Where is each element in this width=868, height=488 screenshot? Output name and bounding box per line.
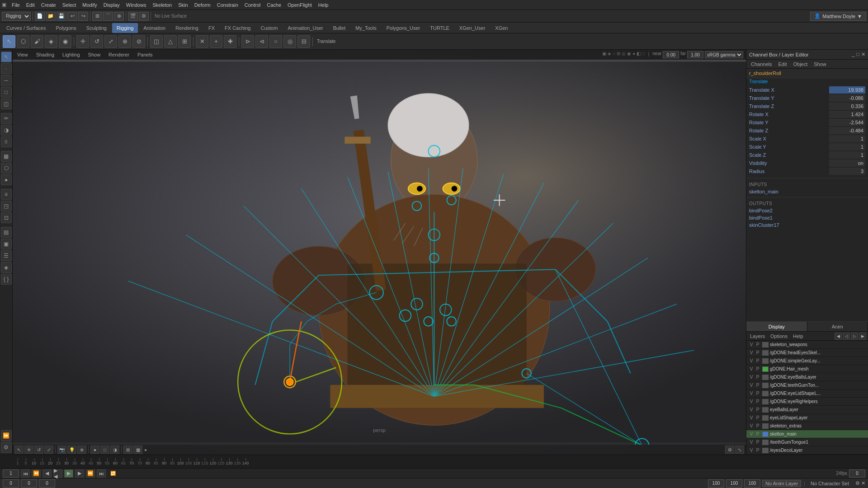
frame-range-start[interactable] <box>3 479 19 488</box>
layer-visibility-btn[interactable]: V <box>748 448 755 453</box>
layer-scroll-left2-btn[interactable]: ◁ <box>843 333 850 340</box>
vp-icon5[interactable]: ◎ <box>622 51 626 58</box>
cb-object-menu[interactable]: Object <box>790 61 810 68</box>
outliner-btn[interactable]: ☰ <box>1 250 12 261</box>
channel-value-tx[interactable] <box>829 86 865 94</box>
edge-tool[interactable]: ─ <box>1 75 12 86</box>
vp-shading-menu[interactable]: Shading <box>34 51 56 58</box>
timeline-tick[interactable]: 10 <box>30 458 38 465</box>
layer-row[interactable]: V P eyeBallsLayer <box>746 406 868 414</box>
timeline-tick[interactable]: 90 <box>160 458 168 465</box>
layers-menu-item[interactable]: Layers <box>748 333 767 339</box>
attr-editor-btn[interactable]: ▤ <box>1 227 12 238</box>
cb-edit-menu[interactable]: Edit <box>775 61 789 68</box>
vp-icon7[interactable]: ● <box>632 51 635 58</box>
menu-create[interactable]: Create <box>38 1 59 9</box>
snap-curve-btn[interactable]: ⌒ <box>103 12 113 21</box>
play-fwd-btn[interactable]: ▶ <box>64 469 73 478</box>
sculpt-tool[interactable]: ◑ <box>1 125 12 136</box>
tab-custom[interactable]: Custom <box>256 23 283 33</box>
channel-row-tx[interactable]: Translate X <box>749 86 865 94</box>
menu-help[interactable]: Help <box>316 1 331 9</box>
layer-row[interactable]: V P /eyesDecoLayer <box>746 446 868 455</box>
menu-skeleton[interactable]: Skeleton <box>150 1 175 9</box>
layer-visibility-btn[interactable]: V <box>748 350 755 355</box>
tab-my-tools[interactable]: My_Tools <box>351 23 381 33</box>
layer-row[interactable]: V P skeleton_extras <box>746 422 868 430</box>
input-node-skelton-main[interactable]: skelton_main <box>746 188 868 195</box>
layer-visibility-btn[interactable]: V <box>748 415 755 420</box>
layer-row[interactable]: V P /gDONE:eyeRigHelpers <box>746 398 868 406</box>
render-btn[interactable]: 🎬 <box>128 12 138 21</box>
uvw-tool[interactable]: ◫ <box>1 99 12 109</box>
viewport-3d-content[interactable]: persp <box>13 60 746 445</box>
timeline-tick[interactable]: 115 <box>201 458 209 465</box>
layer-playback-btn[interactable]: P <box>755 432 761 436</box>
timeline-tick[interactable]: 50 <box>95 458 103 465</box>
constraint-tool[interactable]: ⊟ <box>297 35 310 48</box>
timeline-tick[interactable]: 55 <box>103 458 111 465</box>
timeline-tick[interactable]: 140 <box>241 458 250 465</box>
layer-color-swatch[interactable] <box>762 383 769 388</box>
channel-row-ty[interactable]: Translate Y <box>749 94 865 102</box>
layer-visibility-btn[interactable]: V <box>748 440 755 445</box>
layer-color-swatch[interactable] <box>762 358 769 364</box>
vp-maximize-btn[interactable]: ⤡ <box>735 446 744 454</box>
channel-value-sy[interactable] <box>829 143 865 150</box>
layer-visibility-btn[interactable]: V <box>748 342 755 347</box>
layer-visibility-btn[interactable]: V <box>748 407 755 412</box>
vp-icon-obj-mode[interactable]: ⊕ <box>77 446 86 454</box>
vp-smooth-btn[interactable]: ◑ <box>110 446 119 454</box>
timeline-tick[interactable]: 80 <box>144 458 152 465</box>
layer-row[interactable]: V P /gDONE:simpleGeoLay... <box>746 357 868 365</box>
vp-icon8[interactable]: ◧ <box>637 51 641 58</box>
timeline-tick[interactable]: 95 <box>168 458 176 465</box>
new-scene-btn[interactable]: 📄 <box>35 12 45 21</box>
options-menu-item[interactable]: Options <box>769 333 789 339</box>
redo-btn[interactable]: ↪ <box>78 12 88 21</box>
vp-far-input[interactable] <box>687 51 703 58</box>
layer-row[interactable]: V P skeleton_weapons <box>746 341 868 349</box>
layer-color-swatch[interactable] <box>762 415 769 421</box>
vp-panels-menu[interactable]: Panels <box>136 51 155 58</box>
frame-range-current[interactable] <box>21 479 37 488</box>
snap-to-grid-btn[interactable]: ⊞ <box>178 35 191 48</box>
layer-visibility-btn[interactable]: V <box>748 383 755 388</box>
timeline-tick[interactable]: 35 <box>71 458 79 465</box>
vp-show-menu[interactable]: Show <box>86 51 103 58</box>
timeline-tick[interactable]: 120 <box>209 458 217 465</box>
tab-rigging[interactable]: Rigging <box>112 23 138 33</box>
undo-btn[interactable]: ↩ <box>67 12 77 21</box>
cb-minimize-btn[interactable]: _ <box>852 52 854 57</box>
timeline-tick[interactable]: 15 <box>38 458 46 465</box>
tab-polygons[interactable]: Polygons <box>51 23 80 33</box>
vp-icon4[interactable]: ⊞ <box>617 51 620 58</box>
timeline-tick[interactable]: 30 <box>62 458 71 465</box>
vp-icon-scale[interactable]: ⤢ <box>44 446 53 454</box>
vp-hud-btn[interactable]: ▦ <box>133 446 142 454</box>
layer-row[interactable]: V P /teethGumTongue1 <box>746 438 868 446</box>
vp-prefs-btn[interactable]: ⚙ <box>725 446 734 454</box>
tab-polygons-user[interactable]: Polygons_User <box>382 23 425 33</box>
layer-playback-btn[interactable]: P <box>755 399 761 404</box>
layer-row[interactable]: V P eyeLidShapeLayer <box>746 414 868 422</box>
layer-playback-btn[interactable]: P <box>755 375 761 380</box>
snap-tool[interactable]: △ <box>164 35 177 48</box>
viewport-3d[interactable]: View Shading Lighting Show Renderer Pane… <box>13 50 746 455</box>
layer-color-swatch[interactable] <box>762 375 769 380</box>
timeline-tick[interactable]: 20 <box>46 458 54 465</box>
ik-tool[interactable]: ⊳ <box>241 35 254 48</box>
timeline-tick[interactable]: 1 <box>14 458 22 465</box>
select-mode-tool[interactable]: ↖ <box>1 52 12 62</box>
timeline-tick[interactable]: 135 <box>233 458 241 465</box>
menu-control[interactable]: Control <box>242 1 263 9</box>
anim-tab[interactable]: Anim <box>807 322 868 331</box>
channel-row-sx[interactable]: Scale X <box>749 135 865 143</box>
joint-tool[interactable]: ○ <box>269 35 282 48</box>
tab-animation-user[interactable]: Animation_User <box>283 23 327 33</box>
layer-playback-btn[interactable]: P <box>755 448 761 453</box>
channel-value-ty[interactable] <box>829 94 865 102</box>
layer-playback-btn[interactable]: P <box>755 440 761 445</box>
channel-value-sx[interactable] <box>829 135 865 142</box>
channel-value-sz[interactable] <box>829 151 865 159</box>
